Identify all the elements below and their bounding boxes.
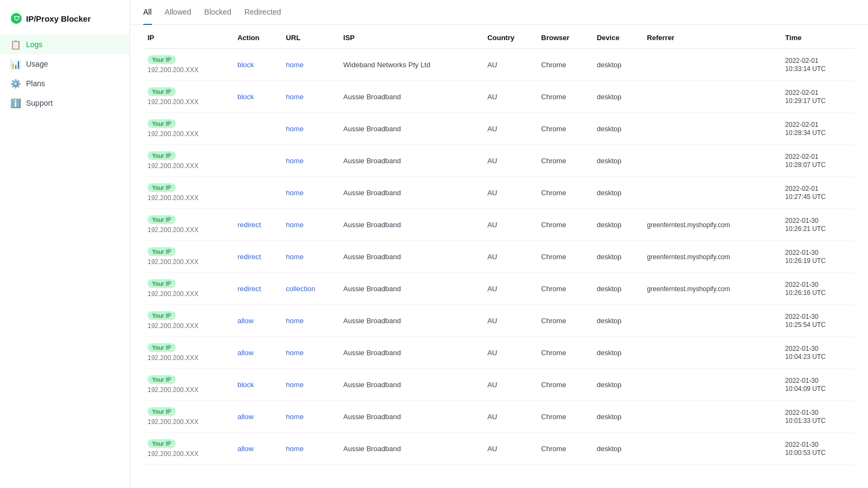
cell-ip: Your IP 192.200.200.XXX	[143, 49, 233, 81]
cell-isp: Aussie Broadband	[339, 209, 483, 241]
action-value: allow	[238, 317, 254, 325]
cell-url[interactable]: home	[282, 305, 339, 337]
cell-time: 2022-02-0110:28:07 UTC	[781, 145, 855, 177]
table-row: Your IP 192.200.200.XXX allowhomeAussie …	[143, 433, 855, 465]
col-header-country: Country	[483, 25, 537, 49]
cell-country: AU	[483, 369, 537, 401]
cell-isp: Aussie Broadband	[339, 113, 483, 145]
ip-address: 192.200.200.XXX	[148, 354, 229, 362]
table-row: Your IP 192.200.200.XXX homeAussie Broad…	[143, 113, 855, 145]
cell-url[interactable]: home	[282, 49, 339, 81]
cell-action: block	[233, 49, 282, 81]
cell-device: desktop	[592, 81, 643, 113]
cell-url[interactable]: home	[282, 241, 339, 273]
referrer-value: greenferntest.myshopify.com	[647, 221, 730, 229]
url-link[interactable]: home	[286, 157, 304, 165]
url-link[interactable]: home	[286, 61, 304, 69]
cell-url[interactable]: home	[282, 209, 339, 241]
cell-isp: Aussie Broadband	[339, 145, 483, 177]
cell-action	[233, 113, 282, 145]
url-link[interactable]: collection	[286, 285, 315, 293]
cell-url[interactable]: collection	[282, 273, 339, 305]
cell-url[interactable]: home	[282, 401, 339, 433]
tab-redirected[interactable]: Redirected	[244, 0, 281, 25]
cell-country: AU	[483, 113, 537, 145]
time-value: 2022-01-3010:25:54 UTC	[785, 313, 826, 329]
time-value: 2022-02-0110:28:34 UTC	[785, 121, 826, 137]
cell-browser: Chrome	[537, 401, 592, 433]
sidebar: 🛡 IP/Proxy Blocker 📋 Logs 📊 Usage ⚙️ Pla…	[0, 0, 130, 488]
cell-time: 2022-01-3010:25:54 UTC	[781, 305, 855, 337]
your-ip-badge: Your IP	[148, 247, 176, 256]
cell-url[interactable]: home	[282, 369, 339, 401]
cell-ip: Your IP 192.200.200.XXX	[143, 81, 233, 113]
cell-url[interactable]: home	[282, 113, 339, 145]
table-row: Your IP 192.200.200.XXX homeAussie Broad…	[143, 145, 855, 177]
ip-address: 192.200.200.XXX	[148, 194, 229, 202]
cell-isp: Aussie Broadband	[339, 241, 483, 273]
sidebar-item-plans[interactable]: ⚙️ Plans	[0, 74, 130, 93]
url-link[interactable]: home	[286, 93, 304, 101]
tab-all[interactable]: All	[143, 0, 152, 25]
cell-isp: Aussie Broadband	[339, 305, 483, 337]
url-link[interactable]: home	[286, 125, 304, 133]
url-link[interactable]: home	[286, 349, 304, 357]
cell-action: redirect	[233, 209, 282, 241]
sidebar-item-logs[interactable]: 📋 Logs	[0, 35, 130, 54]
url-link[interactable]: home	[286, 413, 304, 421]
cell-ip: Your IP 192.200.200.XXX	[143, 305, 233, 337]
cell-browser: Chrome	[537, 113, 592, 145]
col-header-ip: IP	[143, 25, 233, 49]
time-value: 2022-02-0110:29:17 UTC	[785, 89, 826, 105]
table-row: Your IP 192.200.200.XXX homeAussie Broad…	[143, 177, 855, 209]
cell-device: desktop	[592, 433, 643, 465]
time-value: 2022-01-3010:26:21 UTC	[785, 217, 826, 233]
url-link[interactable]: home	[286, 221, 304, 229]
cell-referrer	[643, 369, 781, 401]
table-row: Your IP 192.200.200.XXX redirecthomeAuss…	[143, 241, 855, 273]
cell-referrer: greenferntest.myshopify.com	[643, 241, 781, 273]
time-value: 2022-01-3010:26:16 UTC	[785, 281, 826, 297]
usage-icon: 📊	[11, 59, 21, 69]
table-row: Your IP 192.200.200.XXX redirecthomeAuss…	[143, 209, 855, 241]
cell-referrer	[643, 401, 781, 433]
cell-action: allow	[233, 433, 282, 465]
cell-time: 2022-01-3010:26:21 UTC	[781, 209, 855, 241]
url-link[interactable]: home	[286, 253, 304, 261]
url-link[interactable]: home	[286, 317, 304, 325]
url-link[interactable]: home	[286, 381, 304, 389]
cell-browser: Chrome	[537, 241, 592, 273]
url-link[interactable]: home	[286, 189, 304, 197]
app-logo: 🛡 IP/Proxy Blocker	[0, 9, 130, 35]
ip-address: 192.200.200.XXX	[148, 98, 229, 106]
sidebar-item-label: Support	[26, 99, 53, 107]
cell-url[interactable]: home	[282, 145, 339, 177]
cell-isp: Aussie Broadband	[339, 337, 483, 369]
time-value: 2022-02-0110:28:07 UTC	[785, 153, 826, 169]
url-link[interactable]: home	[286, 445, 304, 453]
tab-allowed[interactable]: Allowed	[165, 0, 192, 25]
cell-url[interactable]: home	[282, 177, 339, 209]
cell-ip: Your IP 192.200.200.XXX	[143, 241, 233, 273]
cell-browser: Chrome	[537, 369, 592, 401]
table-row: Your IP 192.200.200.XXX allowhomeAussie …	[143, 337, 855, 369]
main-content: All Allowed Blocked Redirected IP Action…	[130, 0, 868, 488]
cell-url[interactable]: home	[282, 81, 339, 113]
your-ip-badge: Your IP	[148, 87, 176, 96]
cell-url[interactable]: home	[282, 337, 339, 369]
action-value: allow	[238, 445, 254, 453]
cell-url[interactable]: home	[282, 433, 339, 465]
your-ip-badge: Your IP	[148, 215, 176, 224]
cell-time: 2022-01-3010:00:53 UTC	[781, 433, 855, 465]
cell-country: AU	[483, 81, 537, 113]
support-icon: ℹ️	[11, 98, 21, 108]
col-header-url: URL	[282, 25, 339, 49]
cell-action: allow	[233, 401, 282, 433]
sidebar-item-usage[interactable]: 📊 Usage	[0, 54, 130, 74]
cell-ip: Your IP 192.200.200.XXX	[143, 177, 233, 209]
sidebar-item-support[interactable]: ℹ️ Support	[0, 93, 130, 113]
tab-blocked[interactable]: Blocked	[205, 0, 232, 25]
cell-time: 2022-01-3010:04:09 UTC	[781, 369, 855, 401]
action-value: redirect	[238, 221, 261, 229]
col-header-browser: Browser	[537, 25, 592, 49]
